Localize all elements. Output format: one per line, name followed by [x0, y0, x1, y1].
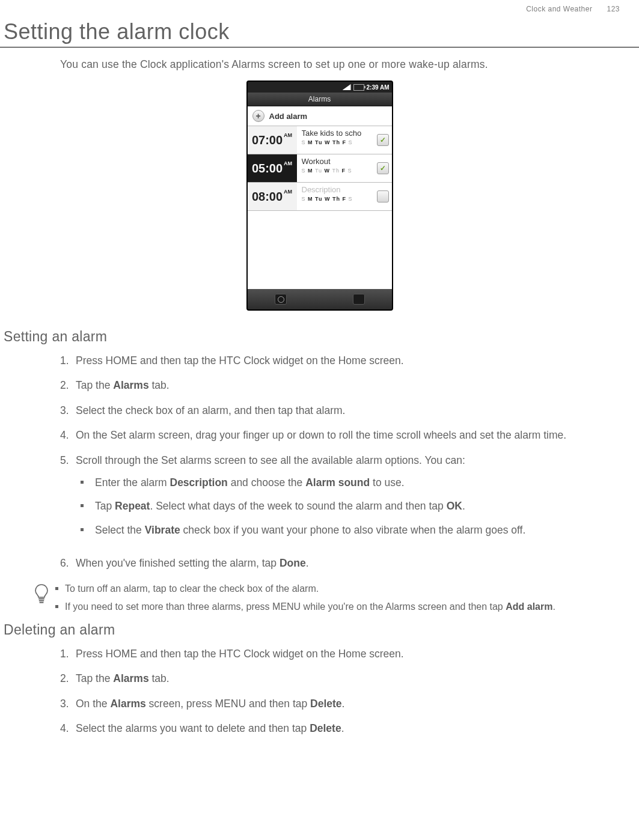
breadcrumb: Clock and Weather — [526, 5, 592, 13]
setting-sub-bullets: Enter the alarm Description and choose t… — [76, 475, 617, 546]
phone-screenshot: 2:39 AM Alarms + Add alarm 07:00AMTake k… — [0, 81, 639, 311]
alarm-body: WorkoutS M Tu W Th F S — [297, 154, 374, 182]
battery-icon — [353, 84, 364, 91]
list-item: If you need to set more than three alarm… — [54, 600, 621, 617]
alarm-days: S M Tu W Th F S — [302, 196, 370, 202]
text: . — [341, 722, 344, 734]
alarm-description: Workout — [302, 157, 370, 166]
text: Scroll through the Set alarms screen to … — [76, 454, 465, 466]
list-item: Scroll through the Set alarms screen to … — [60, 453, 639, 556]
alarm-days: S M Tu W Th F S — [302, 168, 370, 174]
text-bold: Alarms — [113, 672, 148, 684]
plus-icon: + — [252, 110, 264, 122]
text: Tap — [95, 500, 115, 512]
text: Tap the — [76, 672, 113, 684]
list-item: Select the alarms you want to delete and… — [60, 721, 639, 746]
text-bold: Alarms — [113, 379, 148, 391]
checkmark-icon: ✓ — [377, 134, 389, 146]
list-item: Select the check box of an alarm, and th… — [60, 403, 639, 428]
svg-rect-0 — [38, 598, 44, 600]
text: Enter the alarm — [95, 476, 170, 488]
deleting-steps: Press HOME and then tap the HTC Clock wi… — [60, 647, 639, 746]
text: . — [342, 698, 345, 710]
text: check box if you want your phone to also… — [180, 524, 526, 536]
text: If you need to set more than three alarm… — [65, 601, 506, 612]
text-bold: Delete — [310, 698, 342, 710]
alarm-time: 05:00AM — [248, 154, 297, 182]
text: and choose the — [228, 476, 305, 488]
phone-bottom-bar — [248, 289, 392, 309]
text-bold: Add alarm — [506, 601, 552, 612]
text: screen, press MENU and then tap — [146, 698, 310, 710]
tip-list: To turn off an alarm, tap to clear the c… — [54, 582, 621, 616]
lightbulb-icon — [34, 582, 54, 616]
status-bar: 2:39 AM — [248, 82, 392, 93]
text: tab. — [149, 379, 170, 391]
list-item: On the Set alarm screen, drag your finge… — [60, 428, 639, 452]
alarm-body: DescriptionS M Tu W Th F S — [297, 183, 374, 210]
page-number: 123 — [607, 5, 620, 13]
text-bold: Alarm sound — [305, 476, 370, 488]
tip-box: To turn off an alarm, tap to clear the c… — [34, 582, 639, 616]
text: . — [306, 557, 309, 569]
text-bold: Done — [280, 557, 306, 569]
list-item: Press HOME and then tap the HTC Clock wi… — [60, 647, 639, 671]
text-bold: Alarms — [110, 698, 145, 710]
list-item: Tap the Alarms tab. — [60, 671, 639, 696]
alarm-description: Description — [302, 185, 370, 194]
title-divider — [0, 47, 639, 47]
text: When you've finished setting the alarm, … — [76, 557, 280, 569]
text: Tap the — [76, 379, 113, 391]
text-bold: Description — [170, 476, 228, 488]
page-header: Clock and Weather 123 — [0, 5, 639, 19]
text-bold: OK — [447, 500, 462, 512]
list-item: Press HOME and then tap the HTC Clock wi… — [60, 353, 639, 378]
status-time: 2:39 AM — [367, 84, 390, 91]
text: tab. — [149, 672, 170, 684]
list-item: To turn off an alarm, tap to clear the c… — [54, 582, 621, 599]
alarm-row[interactable]: 05:00AMWorkoutS M Tu W Th F S✓ — [248, 154, 392, 183]
signal-icon — [343, 84, 351, 90]
setting-steps: Press HOME and then tap the HTC Clock wi… — [60, 353, 639, 580]
list-item: Tap the Alarms tab. — [60, 378, 639, 403]
alarm-checkbox[interactable]: ✓ — [374, 154, 392, 182]
text: Select the alarms you want to delete and… — [76, 722, 310, 734]
list-item: Enter the alarm Description and choose t… — [76, 475, 617, 499]
alarm-time: 07:00AM — [248, 126, 297, 154]
alarm-checkbox[interactable]: ✓ — [374, 126, 392, 154]
clock-tab-icon[interactable] — [275, 294, 287, 305]
checkmark-icon: ✓ — [377, 162, 389, 174]
alarm-time: 08:00AM — [248, 183, 297, 210]
add-alarm-row[interactable]: + Add alarm — [248, 106, 392, 126]
alarm-checkbox[interactable]: ✓ — [374, 183, 392, 210]
list-item: On the Alarms screen, press MENU and the… — [60, 696, 639, 721]
list-item: Tap Repeat. Select what days of the week… — [76, 499, 617, 522]
alarm-description: Take kids to scho — [302, 129, 370, 138]
checkmark-icon: ✓ — [377, 190, 389, 202]
text: . — [552, 601, 555, 612]
alarm-row[interactable]: 08:00AMDescriptionS M Tu W Th F S✓ — [248, 183, 392, 211]
alarm-row[interactable]: 07:00AMTake kids to schoS M Tu W Th F S✓ — [248, 126, 392, 154]
text-bold: Vibrate — [145, 524, 180, 536]
svg-rect-1 — [39, 600, 44, 601]
text: . — [462, 500, 465, 512]
heading-setting-alarm: Setting an alarm — [4, 329, 639, 345]
text-bold: Repeat — [115, 500, 150, 512]
intro-text: You can use the Clock application's Alar… — [60, 58, 639, 71]
text: to use. — [370, 476, 404, 488]
list-item: Select the Vibrate check box if you want… — [76, 523, 617, 546]
text: Select the — [95, 524, 145, 536]
other-tab-icon[interactable] — [353, 294, 365, 305]
list-item: When you've finished setting the alarm, … — [60, 556, 639, 580]
phone-frame: 2:39 AM Alarms + Add alarm 07:00AMTake k… — [246, 81, 393, 311]
phone-blank-area — [248, 211, 392, 289]
text-bold: Delete — [310, 722, 341, 734]
add-alarm-label: Add alarm — [269, 112, 308, 121]
heading-deleting-alarm: Deleting an alarm — [4, 622, 639, 638]
alarm-body: Take kids to schoS M Tu W Th F S — [297, 126, 374, 154]
alarms-screen-title: Alarms — [248, 93, 392, 106]
alarm-days: S M Tu W Th F S — [302, 139, 370, 145]
svg-rect-2 — [40, 602, 44, 603]
text: . Select what days of the week to sound … — [150, 500, 446, 512]
text: On the — [76, 698, 110, 710]
